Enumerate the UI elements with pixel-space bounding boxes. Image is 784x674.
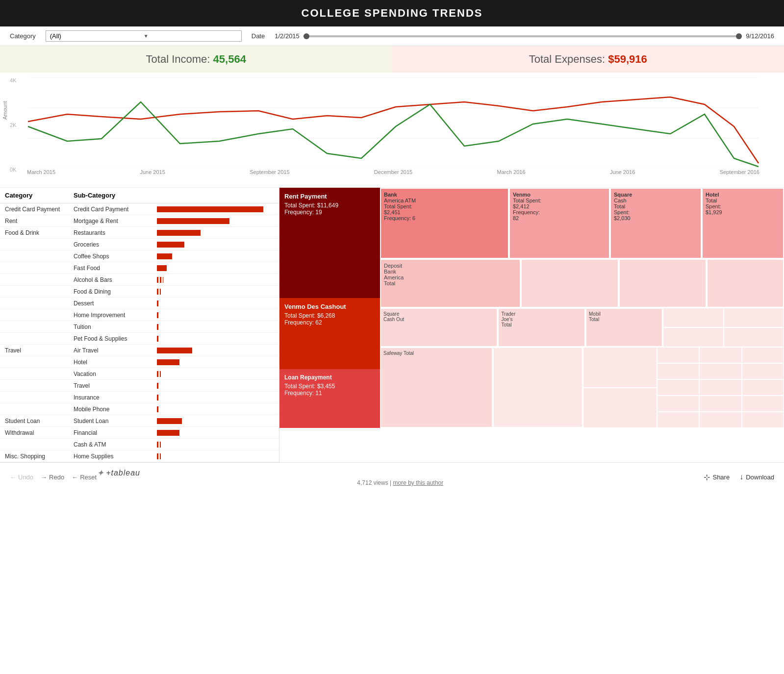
row-bar xyxy=(157,242,184,248)
reset-label: Reset xyxy=(80,474,97,481)
treemap-cell-deposit[interactable]: Deposit Bank America Total xyxy=(380,259,521,308)
row-bar xyxy=(157,442,161,448)
category-dropdown[interactable]: (All) ▼ xyxy=(46,30,242,42)
page-title: COLLEGE SPENDING TRENDS xyxy=(302,7,483,19)
col-bar-header xyxy=(157,192,274,199)
row-category: Student Loan xyxy=(5,418,74,424)
date-slider[interactable] xyxy=(303,35,742,37)
row-subcategory: Food & Dining xyxy=(74,288,157,295)
reset-button[interactable]: ← Reset xyxy=(72,474,97,481)
row-subcategory: Coffee Shops xyxy=(74,253,157,260)
row-bar-container xyxy=(157,276,274,283)
row-bar-container xyxy=(157,265,274,272)
download-label: Download xyxy=(746,474,774,481)
expenses-value: $59,916 xyxy=(608,53,647,65)
download-button[interactable]: ↓ Download xyxy=(739,473,774,481)
table-row[interactable]: Insurance xyxy=(0,392,279,403)
treemap-cell-safeway[interactable]: Safeway Total xyxy=(380,347,493,428)
table-row[interactable]: Home Improvement xyxy=(0,309,279,321)
date-end: 9/12/2016 xyxy=(746,32,774,40)
dropdown-arrow-icon: ▼ xyxy=(144,33,237,39)
more-label[interactable]: more by this author xyxy=(393,479,444,486)
treemap-tiny-col xyxy=(583,347,657,428)
x-tick-june2016: June 2016 xyxy=(610,169,635,175)
row-bar-container xyxy=(157,418,274,424)
table-row[interactable]: Student Loan Student Loan xyxy=(0,415,279,427)
treemap-cell-empty3 xyxy=(707,259,784,308)
table-row[interactable]: Cash & ATM xyxy=(0,439,279,450)
col-subcategory-header: Sub-Category xyxy=(74,192,157,199)
rent-spent: Total Spent: $11,649 xyxy=(284,202,375,209)
treemap-cell-empty2 xyxy=(619,259,707,308)
table-row[interactable]: Travel Air Travel xyxy=(0,345,279,356)
row-bar xyxy=(157,253,172,259)
row-bar-container xyxy=(157,382,274,389)
share-button[interactable]: ⊹ Share xyxy=(704,473,730,482)
footer-views: 4,712 views | more by this author xyxy=(97,479,704,486)
table-row[interactable]: Mobile Phone xyxy=(0,403,279,415)
share-label: Share xyxy=(712,474,730,481)
table-row[interactable]: Groceries xyxy=(0,239,279,250)
row-bar-container xyxy=(157,429,274,436)
undo-button[interactable]: ← Undo xyxy=(10,474,33,481)
row-bar xyxy=(157,324,158,330)
row-category: Withdrawal xyxy=(5,429,74,436)
treemap-cell-bank-atm[interactable]: Bank America ATM Total Spent: $2,451 Fre… xyxy=(380,188,509,259)
treemap-cell-square-cash[interactable]: Square Cash Total Spent: $2,030 xyxy=(610,188,702,259)
row-subcategory: Alcohol & Bars xyxy=(74,276,157,283)
treemap-cell-mobil[interactable]: Mobil Total xyxy=(585,308,663,347)
table-row[interactable]: Coffee Shops xyxy=(0,250,279,262)
row-subcategory: Insurance xyxy=(74,394,157,401)
treemap-container: Rent Payment Total Spent: $11,649 Freque… xyxy=(279,188,784,428)
table-row[interactable]: Rent Mortgage & Rent xyxy=(0,215,279,227)
row-bar xyxy=(157,395,158,400)
row-bar xyxy=(157,289,161,295)
table-row[interactable]: Travel xyxy=(0,380,279,392)
treemap-cell-hotel[interactable]: Hotel Total Spent: $1,929 xyxy=(702,188,784,259)
table-row[interactable]: Food & Drink Restaurants xyxy=(0,227,279,239)
expenses-label: Total Expenses: xyxy=(529,53,605,65)
table-row[interactable]: Vacation xyxy=(0,368,279,380)
treemap-cell-empty1 xyxy=(521,259,619,308)
table-row[interactable]: Withdrawal Financial xyxy=(0,427,279,439)
loan-spent: Total Spent: $3,455 xyxy=(284,383,375,390)
treemap-third-row: Square Cash Out Trader Joe's Total Mobil… xyxy=(380,308,784,347)
download-icon: ↓ xyxy=(739,473,743,481)
treemap-tiny-4 xyxy=(724,327,784,347)
treemap-loan: Loan Repayment Total Spent: $3,455 Frequ… xyxy=(279,369,380,428)
table-row[interactable]: Pet Food & Supplies xyxy=(0,333,279,345)
table-row[interactable]: Tuition xyxy=(0,321,279,333)
table-row[interactable]: Hotel xyxy=(0,356,279,368)
venmo-freq: Frequency: 62 xyxy=(284,319,375,326)
row-bar xyxy=(157,265,167,271)
treemap-tiny-1 xyxy=(663,308,723,327)
treemap[interactable]: Rent Payment Total Spent: $11,649 Freque… xyxy=(279,188,784,462)
row-bar xyxy=(157,359,179,365)
table-row[interactable]: Dessert xyxy=(0,298,279,309)
total-expenses: Total Expenses: $59,916 xyxy=(392,46,784,73)
redo-label: Redo xyxy=(49,474,64,481)
line-chart-area: Amount 4K 2K 0K March 2015 June 2015 Sep… xyxy=(0,73,784,188)
treemap-cell-trader-joes[interactable]: Trader Joe's Total xyxy=(498,308,585,347)
tableau-icon: ✦ xyxy=(97,468,104,478)
rent-label: Rent Payment xyxy=(284,193,375,200)
table-row[interactable]: Misc. Shopping Home Supplies xyxy=(0,450,279,462)
redo-button[interactable]: → Redo xyxy=(41,474,64,481)
table-row[interactable]: Fast Food xyxy=(0,262,279,274)
treemap-small-cells-top xyxy=(663,308,784,347)
table-row[interactable]: Food & Dining xyxy=(0,286,279,298)
treemap-right-grid: Bank America ATM Total Spent: $2,451 Fre… xyxy=(380,188,784,428)
tableau-text: +tableau xyxy=(106,469,140,477)
totals-row: Total Income: 45,564 Total Expenses: $59… xyxy=(0,46,784,73)
row-bar-container xyxy=(157,441,274,448)
treemap-cell-square-cashout[interactable]: Square Cash Out xyxy=(380,308,498,347)
income-line xyxy=(28,102,759,167)
x-tick-sept2016: September 2016 xyxy=(720,169,759,175)
row-subcategory: Mobile Phone xyxy=(74,406,157,413)
table-row[interactable]: Alcohol & Bars xyxy=(0,274,279,286)
table-row[interactable]: Credit Card Payment Credit Card Payment xyxy=(0,203,279,215)
row-bar-container xyxy=(157,324,274,330)
row-subcategory: Mortgage & Rent xyxy=(74,218,157,225)
treemap-cell-venmo[interactable]: Venmo Total Spent: $2,412 Frequency: 82 xyxy=(509,188,610,259)
row-subcategory: Vacation xyxy=(74,371,157,377)
